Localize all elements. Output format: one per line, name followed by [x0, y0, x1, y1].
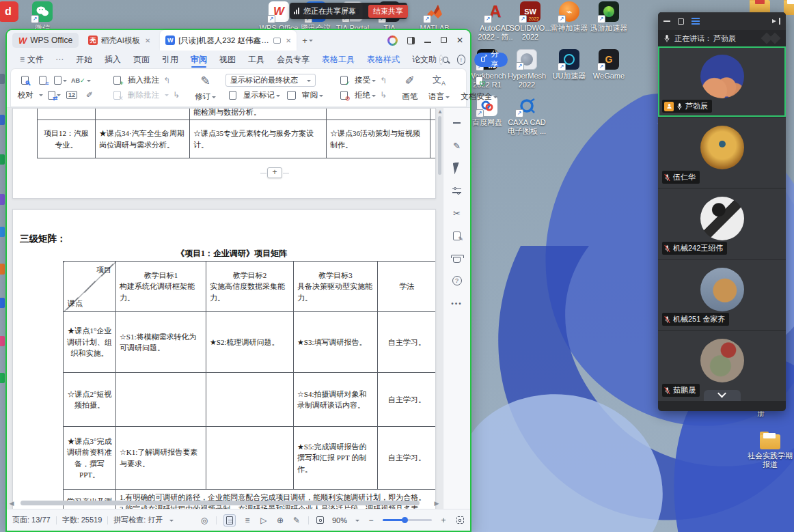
next-change-icon[interactable]: ↳	[380, 90, 387, 100]
document-page-1[interactable]: 能检测与数据分析。 项目12：汽服专业。 ★课点34·汽车全生命周期岗位调研与需…	[12, 108, 436, 199]
next-comment-icon[interactable]: ↳	[173, 90, 180, 100]
menu-tools[interactable]: 工具	[242, 51, 271, 68]
header-cell-goal2[interactable]: 教学目标2实施高信度数据采集能力。	[206, 262, 294, 312]
search-icon[interactable]	[443, 57, 448, 63]
table-cell[interactable]	[206, 373, 294, 427]
wps-ai-icon[interactable]	[387, 36, 398, 46]
spellcheck-icon[interactable]: AB✓	[71, 74, 91, 87]
collapse-tiles-button[interactable]	[704, 390, 741, 401]
horizontal-scroll-track[interactable]	[15, 500, 433, 506]
table-cell[interactable]	[327, 108, 430, 120]
horizontal-scrollbar[interactable]: ◀ ▶	[8, 499, 440, 507]
share-button[interactable]: 分享	[474, 53, 508, 67]
desktop-icon-xunyou[interactable]: 迅游加速器	[586, 1, 632, 33]
scroll-left-arrow-icon[interactable]: ◀	[8, 500, 15, 507]
proofread-button[interactable]: 校对	[18, 90, 33, 100]
table-cell[interactable]: ☆课点2°短视频拍摄。	[64, 373, 116, 427]
vertical-scroll-thumb[interactable]	[438, 116, 441, 175]
desktop-icon-matlab[interactable]: MATLAB	[411, 1, 458, 33]
ink-pen-icon[interactable]: ✎	[292, 516, 301, 524]
scroll-up-arrow-icon[interactable]: ▲	[437, 109, 442, 115]
tab-list-caret-icon[interactable]	[309, 40, 313, 44]
zoom-caret-icon[interactable]	[355, 520, 359, 524]
markup-state-dropdown[interactable]: 显示标记的最终状态	[225, 74, 316, 87]
close-tab-icon[interactable]: ✕	[286, 37, 291, 44]
table-cell[interactable]: 自主学习。	[378, 373, 437, 427]
close-button[interactable]: ✕	[456, 36, 463, 44]
menu-view[interactable]: 视图	[213, 51, 242, 68]
menu-paper-assistant[interactable]: 论文助	[406, 51, 439, 68]
table-cell[interactable]: 项目12：汽服专业。	[38, 120, 96, 158]
tab-document-active[interactable]: W [只读]机器人232 赵伟鑫 实践 ✕	[160, 30, 297, 51]
word-count-icon[interactable]: 12	[65, 88, 79, 102]
horizontal-scroll-thumb[interactable]	[20, 501, 420, 505]
menu-review-active[interactable]: 审阅	[184, 51, 213, 68]
table-cell[interactable]: ★课点1°企业调研计划、组织和实施。	[64, 312, 116, 373]
matrix-heading[interactable]: 三级矩阵：	[20, 233, 66, 245]
prev-comment-icon[interactable]: ↰	[163, 76, 170, 85]
doc-convert-icon[interactable]	[53, 74, 67, 87]
close-tab-icon[interactable]: ✕	[145, 37, 150, 44]
play-slideshow-icon[interactable]: ▷	[259, 516, 269, 524]
reject-button[interactable]: 拒绝	[355, 90, 376, 100]
table-cell[interactable]	[96, 108, 190, 120]
vertical-scrollbar[interactable]: ▲	[437, 109, 442, 498]
prev-change-icon[interactable]: ↰	[380, 76, 387, 85]
menu-insert[interactable]: 插入	[98, 51, 127, 68]
desktop-icon-wegame[interactable]: G WeGame	[586, 49, 632, 81]
page-view-icon[interactable]	[223, 514, 236, 527]
fullscreen-icon[interactable]	[455, 516, 465, 524]
minimize-button[interactable]	[424, 36, 431, 44]
language-button[interactable]: 语言	[428, 92, 450, 102]
smart-edit-icon[interactable]: ✐	[83, 88, 96, 102]
table-cell[interactable]: ☆课点36活动策划与短视频制作。	[327, 120, 430, 158]
doc-security-button[interactable]: 文档安全	[461, 92, 497, 102]
desktop-icon-hypermesh[interactable]: HyperMesh 2022	[504, 49, 550, 89]
fit-page-icon[interactable]	[316, 516, 325, 524]
scroll-right-arrow-icon[interactable]: ▶	[433, 500, 440, 507]
end-share-button[interactable]: 结束共享	[368, 5, 408, 18]
participant-tile[interactable]: 芦勃辰	[658, 46, 786, 117]
menu-file[interactable]: ≡文件	[14, 51, 50, 68]
desktop-icon-folder-report[interactable]: 社会实践学期 报道	[747, 434, 793, 468]
edit-pen-icon[interactable]: ✎	[450, 139, 464, 152]
spellcheck-status[interactable]: 拼写检查: 打开	[113, 515, 163, 525]
tools-icon[interactable]: ✂	[450, 206, 464, 220]
table-cell[interactable]: ☆S4:拍摄调研对象和录制调研谈话内容。	[294, 373, 378, 427]
header-cell-goal1[interactable]: 教学目标1构建系统化调研框架能力。	[116, 262, 206, 312]
eye-protect-icon[interactable]: ◎	[200, 516, 209, 524]
zoom-level[interactable]: 90%	[332, 516, 347, 524]
menu-more-icon[interactable]: ⋯	[50, 55, 70, 64]
select-cursor-icon[interactable]	[450, 161, 464, 175]
participant-tile[interactable]: 机械251 金家齐	[658, 260, 786, 330]
brush-button[interactable]: 画笔	[402, 92, 417, 102]
side-panel-icon[interactable]	[407, 37, 415, 44]
participant-tile[interactable]: 伍仁华	[658, 117, 786, 188]
adjust-sliders-icon[interactable]	[450, 184, 464, 197]
desktop-icon-caxa[interactable]: CAXA CAD 电子图板 ...	[504, 96, 550, 135]
new-tab-button[interactable]: +	[302, 36, 307, 46]
zoom-out-icon[interactable]: −	[366, 516, 376, 524]
table-cell[interactable]: 自主学习。	[378, 312, 437, 373]
maximize-button[interactable]	[441, 36, 447, 44]
page-indicator[interactable]: 页面: 13/77	[12, 515, 51, 525]
menu-membership[interactable]: 会员专享	[271, 51, 316, 68]
doc-check-icon[interactable]: ≡	[36, 74, 49, 87]
show-markup-button[interactable]: 显示标记	[243, 90, 280, 100]
menu-table-tools[interactable]: 表格工具	[316, 51, 361, 68]
table-add-row-button[interactable]: +	[267, 167, 282, 178]
annotate-doc-icon[interactable]: ✎	[450, 229, 464, 242]
table-cell[interactable]	[430, 108, 437, 120]
menu-reference[interactable]: 引用	[156, 51, 184, 68]
panel-collapse-icon[interactable]	[771, 18, 780, 25]
table-cell[interactable]	[430, 120, 437, 158]
review-button[interactable]: 审阅	[302, 90, 323, 100]
layout-list-icon[interactable]	[692, 18, 700, 25]
menu-home[interactable]: 开始	[70, 51, 98, 68]
outline-view-icon[interactable]: ≡	[243, 516, 252, 524]
participant-tile[interactable]: 机械242王绍伟	[658, 188, 786, 259]
panel-minimize-icon[interactable]	[663, 20, 670, 22]
zoom-slider[interactable]	[383, 519, 432, 521]
proofread-doc-icon[interactable]: 🔍︎	[18, 74, 31, 87]
zoom-in-icon[interactable]: +	[439, 516, 448, 524]
